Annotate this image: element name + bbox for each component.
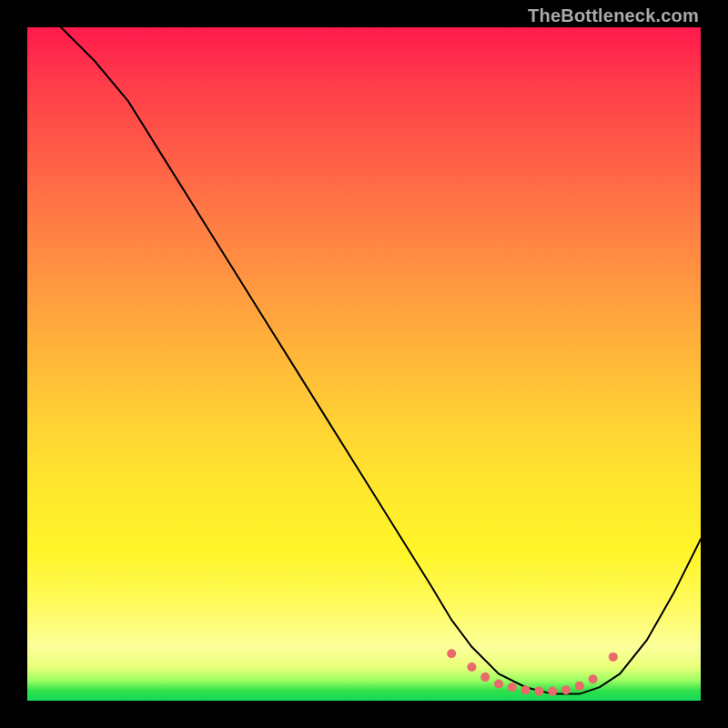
watermark-text: TheBottleneck.com bbox=[528, 5, 699, 26]
bottleneck-curve bbox=[61, 27, 701, 694]
highlight-dot bbox=[589, 674, 598, 683]
highlight-dot bbox=[521, 685, 531, 694]
highlight-dot bbox=[609, 652, 618, 662]
plot-area bbox=[27, 27, 701, 701]
curve-layer bbox=[27, 27, 701, 701]
highlight-dot bbox=[548, 687, 557, 696]
highlight-dot bbox=[508, 682, 517, 692]
highlight-dot bbox=[534, 687, 543, 696]
highlight-dot bbox=[494, 680, 503, 689]
highlight-dot bbox=[561, 685, 571, 694]
highlight-dot bbox=[575, 682, 584, 691]
chart-frame: TheBottleneck.com bbox=[0, 0, 728, 728]
highlight-dot bbox=[480, 672, 490, 682]
highlight-dot bbox=[447, 649, 456, 658]
highlight-dot bbox=[467, 662, 476, 672]
